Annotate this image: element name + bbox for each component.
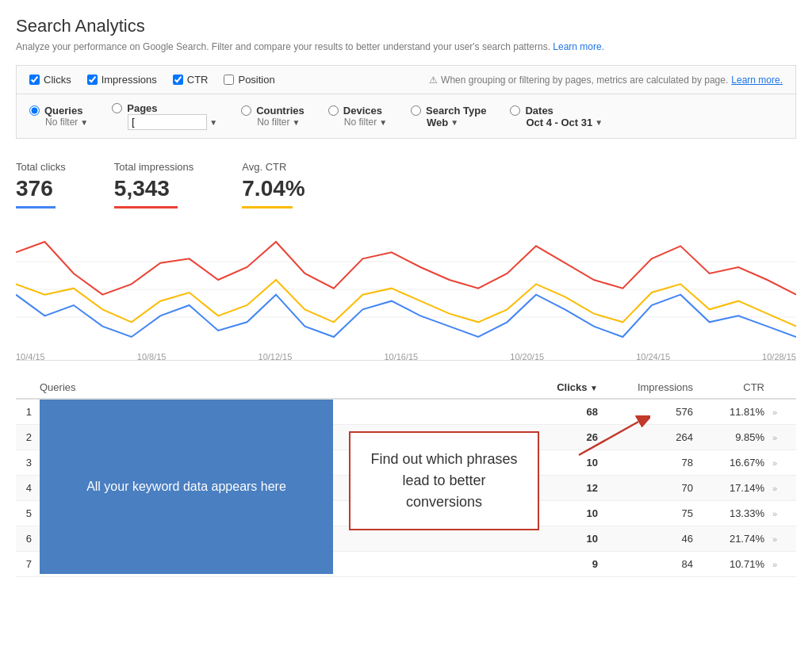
row-expand-icon[interactable]: »	[772, 509, 777, 518]
row-expand-icon[interactable]: »	[772, 433, 777, 442]
search-type-dropdown-arrow: ▼	[450, 118, 458, 127]
row-ctr: 13.33%	[709, 507, 772, 519]
learn-more-link-warning[interactable]: Learn more.	[731, 75, 783, 86]
col-header-clicks[interactable]: Clicks ▼	[534, 381, 614, 393]
row-clicks: 10	[534, 533, 614, 545]
row-impressions: 75	[614, 507, 709, 519]
pages-filter-input[interactable]	[128, 114, 207, 130]
dates-dropdown-arrow: ▼	[595, 118, 603, 127]
row-expand-icon[interactable]: »	[772, 534, 777, 544]
filter-pages-input-row[interactable]: ▼	[128, 114, 217, 130]
countries-dropdown-arrow: ▼	[293, 118, 301, 127]
stat-impressions: Total impressions 5,343	[90, 155, 218, 218]
row-expand-icon[interactable]: »	[772, 407, 777, 417]
row-ctr: 11.81%	[709, 406, 772, 418]
row-ctr: 10.71%	[709, 558, 772, 570]
devices-dropdown-arrow: ▼	[379, 118, 387, 127]
row-num: 4	[16, 482, 40, 494]
row-action[interactable]: »	[772, 457, 796, 469]
row-action[interactable]: »	[772, 406, 796, 418]
col-header-queries: Queries	[40, 381, 534, 393]
row-ctr: 17.14%	[709, 482, 772, 494]
filter-devices-value[interactable]: No filter ▼	[344, 117, 387, 128]
pages-dropdown-arrow: ▼	[209, 118, 217, 127]
checkbox-clicks[interactable]: Clicks	[29, 74, 71, 86]
stat-impressions-underline	[114, 206, 178, 208]
filter-row: Queries No filter ▼ Pages ▼ Countries No…	[16, 94, 796, 139]
metrics-checkboxes-bar: Clicks Impressions CTR Position ⚠ When g…	[16, 65, 796, 94]
table-header: Queries Clicks ▼ Impressions CTR	[16, 377, 796, 400]
keyword-placeholder: All your keyword data appears here	[40, 400, 333, 574]
col-header-ctr[interactable]: CTR	[709, 381, 772, 393]
col-header-impressions[interactable]: Impressions	[614, 381, 709, 393]
row-ctr: 9.85%	[709, 431, 772, 443]
chart-x-labels: 10/4/15 10/8/15 10/12/15 10/16/15 10/20/…	[16, 349, 796, 362]
filter-queries-label: Queries	[44, 105, 82, 117]
row-clicks: 10	[534, 507, 614, 519]
row-ctr: 16.67%	[709, 457, 772, 469]
row-num: 5	[16, 507, 40, 519]
learn-more-link-top[interactable]: Learn more.	[553, 41, 604, 52]
filter-search-type[interactable]: Search Type Web ▼	[411, 105, 486, 128]
row-num: 7	[16, 558, 40, 570]
queries-dropdown-arrow: ▼	[80, 118, 88, 127]
row-action[interactable]: »	[772, 507, 796, 519]
stat-clicks-label: Total clicks	[16, 161, 66, 173]
stat-clicks-underline	[16, 206, 56, 208]
row-impressions: 84	[614, 558, 709, 570]
page-title: Search Analytics	[16, 16, 796, 36]
stat-ctr-underline	[242, 206, 293, 208]
filter-dates-label: Dates	[525, 105, 553, 117]
row-action[interactable]: »	[772, 431, 796, 443]
table-section: Queries Clicks ▼ Impressions CTR All you…	[16, 377, 796, 577]
row-action[interactable]: »	[772, 533, 796, 545]
row-action[interactable]: »	[772, 482, 796, 494]
filter-pages-label: Pages	[127, 102, 157, 114]
filter-queries[interactable]: Queries No filter ▼	[29, 105, 88, 128]
svg-line-4	[579, 422, 638, 455]
row-ctr: 21.74%	[709, 533, 772, 545]
stat-ctr: Avg. CTR 7.04%	[218, 155, 329, 218]
line-chart: 10/4/15 10/8/15 10/12/15 10/16/15 10/20/…	[16, 234, 796, 361]
row-clicks: 9	[534, 558, 614, 570]
stat-impressions-label: Total impressions	[114, 161, 193, 173]
row-expand-icon[interactable]: »	[772, 560, 777, 569]
checkbox-position[interactable]: Position	[224, 74, 274, 86]
stat-ctr-value: 7.04%	[242, 176, 304, 201]
filter-devices-label: Devices	[343, 105, 382, 117]
row-num: 6	[16, 533, 40, 545]
page-subtitle: Analyze your performance on Google Searc…	[16, 41, 796, 52]
checkbox-ctr[interactable]: CTR	[173, 74, 209, 86]
filter-queries-value[interactable]: No filter ▼	[45, 117, 88, 128]
row-num: 2	[16, 431, 40, 443]
row-impressions: 46	[614, 533, 709, 545]
stat-ctr-label: Avg. CTR	[242, 161, 304, 173]
row-expand-icon[interactable]: »	[772, 458, 777, 468]
filter-search-type-value[interactable]: Web ▼	[427, 117, 486, 128]
filter-pages[interactable]: Pages ▼	[112, 102, 217, 130]
warning-message: ⚠ When grouping or filtering by pages, m…	[429, 75, 783, 86]
filter-devices[interactable]: Devices No filter ▼	[328, 105, 387, 128]
filter-countries-value[interactable]: No filter ▼	[257, 117, 304, 128]
stat-clicks-value: 376	[16, 176, 66, 201]
filter-dates[interactable]: Dates Oct 4 - Oct 31 ▼	[510, 105, 603, 128]
filter-countries[interactable]: Countries No filter ▼	[241, 105, 304, 128]
filter-search-type-label: Search Type	[426, 105, 486, 117]
sort-arrow-clicks: ▼	[590, 384, 598, 392]
row-clicks: 12	[534, 482, 614, 494]
conversion-callout: Find out which phrases lead to better co…	[349, 431, 539, 530]
row-expand-icon[interactable]: »	[772, 484, 777, 493]
row-impressions: 70	[614, 482, 709, 494]
stat-impressions-value: 5,343	[114, 176, 193, 201]
filter-countries-label: Countries	[256, 105, 304, 117]
table-body: All your keyword data appears here Find …	[16, 400, 796, 577]
row-num: 1	[16, 406, 40, 418]
row-num: 3	[16, 457, 40, 469]
stats-row: Total clicks 376 Total impressions 5,343…	[16, 139, 796, 226]
checkbox-impressions[interactable]: Impressions	[87, 74, 157, 86]
arrow-annotation	[571, 415, 650, 463]
row-action[interactable]: »	[772, 558, 796, 570]
filter-dates-value[interactable]: Oct 4 - Oct 31 ▼	[526, 117, 603, 128]
stat-clicks: Total clicks 376	[16, 155, 90, 218]
